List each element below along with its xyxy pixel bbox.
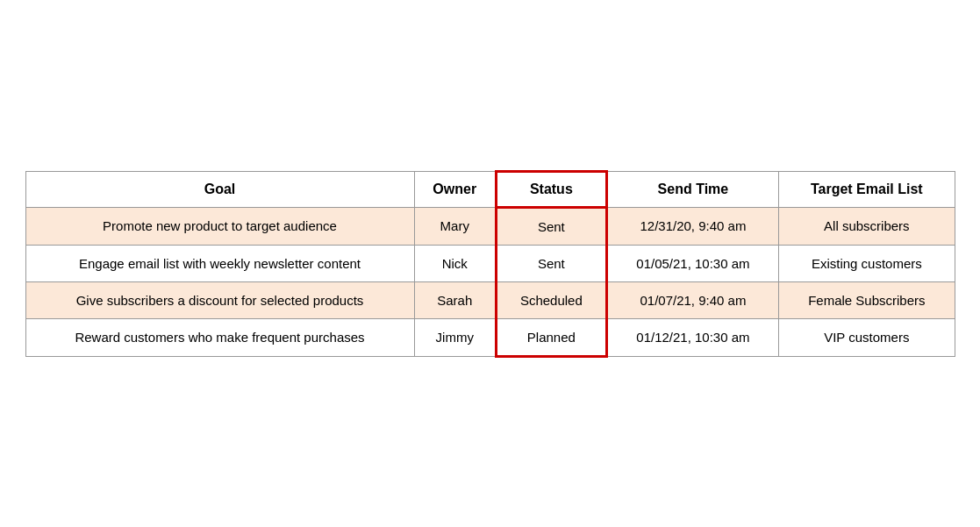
cell-send-time: 12/31/20, 9:40 am — [606, 207, 778, 245]
header-send-time: Send Time — [606, 171, 778, 207]
cell-goal: Engage email list with weekly newsletter… — [25, 245, 414, 281]
cell-target: All subscribers — [779, 207, 955, 245]
email-campaign-table: Goal Owner Status Send Time Target Email… — [25, 170, 955, 358]
cell-owner: Sarah — [414, 281, 496, 318]
table-row: Give subscribers a discount for selected… — [25, 281, 955, 318]
cell-target: Existing customers — [779, 245, 955, 281]
table-row: Promote new product to target audience M… — [25, 207, 955, 245]
header-owner: Owner — [414, 171, 496, 207]
table-header-row: Goal Owner Status Send Time Target Email… — [25, 171, 955, 207]
cell-send-time: 01/05/21, 10:30 am — [606, 245, 778, 281]
cell-target: Female Subscribers — [779, 281, 955, 318]
cell-owner: Nick — [414, 245, 496, 281]
cell-status: Planned — [497, 318, 607, 356]
cell-goal: Promote new product to target audience — [25, 207, 414, 245]
cell-status: Sent — [497, 245, 607, 281]
cell-send-time: 01/07/21, 9:40 am — [606, 281, 778, 318]
cell-owner: Mary — [414, 207, 496, 245]
cell-goal: Give subscribers a discount for selected… — [25, 281, 414, 318]
cell-goal: Reward customers who make frequent purch… — [25, 318, 414, 356]
cell-status: Scheduled — [497, 281, 607, 318]
cell-owner: Jimmy — [414, 318, 496, 356]
cell-target: VIP customers — [779, 318, 955, 356]
header-target-email: Target Email List — [779, 171, 955, 207]
header-goal: Goal — [25, 171, 414, 207]
table-row: Engage email list with weekly newsletter… — [25, 245, 955, 281]
cell-status: Sent — [497, 207, 607, 245]
table-row: Reward customers who make frequent purch… — [25, 318, 955, 356]
header-status: Status — [497, 171, 607, 207]
cell-send-time: 01/12/21, 10:30 am — [606, 318, 778, 356]
